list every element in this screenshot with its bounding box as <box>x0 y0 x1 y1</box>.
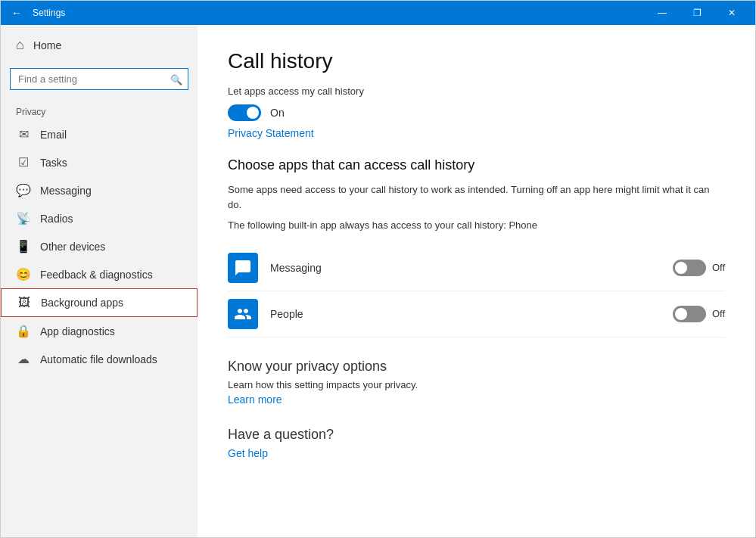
messaging-app-name: Messaging <box>270 262 673 274</box>
maximize-button[interactable]: ❐ <box>680 1 714 25</box>
question-section: Have a question? Get help <box>228 427 725 459</box>
messaging-toggle-label: Off <box>712 262 725 273</box>
sidebar-item-other-devices[interactable]: 📱 Other devices <box>1 232 198 260</box>
allow-label: Let apps access my call history <box>228 86 725 97</box>
messaging-icon: 💬 <box>16 183 31 197</box>
sidebar-item-feedback[interactable]: 😊 Feedback & diagnostics <box>1 260 198 288</box>
sidebar-item-label: Other devices <box>40 241 105 253</box>
sidebar-item-radios[interactable]: 📡 Radios <box>1 204 198 232</box>
people-toggle-label: Off <box>712 308 725 319</box>
search-input[interactable] <box>10 68 188 90</box>
people-app-name: People <box>270 308 673 320</box>
know-desc: Learn how this setting impacts your priv… <box>228 379 725 390</box>
main-toggle[interactable] <box>228 104 261 121</box>
sidebar: ⌂ Home 🔍 Privacy ✉ Email ☑ Tasks 💬 Mess <box>1 25 198 537</box>
sidebar-item-home[interactable]: ⌂ Home <box>1 25 198 65</box>
app-diagnostics-icon: 🔒 <box>16 324 31 338</box>
feedback-icon: 😊 <box>16 267 31 281</box>
sidebar-item-tasks[interactable]: ☑ Tasks <box>1 148 198 176</box>
sidebar-item-label: Radios <box>40 213 73 225</box>
apps-desc1: Some apps need access to your call histo… <box>228 182 725 212</box>
sidebar-home-label: Home <box>33 39 61 51</box>
minimize-button[interactable]: — <box>645 1 680 25</box>
sidebar-item-background-apps[interactable]: 🖼 Background apps <box>1 288 198 317</box>
app-item-messaging: Messaging Off <box>228 245 725 291</box>
messaging-toggle-area: Off <box>673 260 725 276</box>
app-list: Messaging Off <box>228 245 725 337</box>
get-help-link[interactable]: Get help <box>228 447 268 459</box>
know-title: Know your privacy options <box>228 359 725 375</box>
messaging-app-icon <box>228 253 258 283</box>
background-apps-icon: 🖼 <box>17 296 32 309</box>
titlebar-title: Settings <box>33 8 645 18</box>
messaging-toggle[interactable] <box>673 260 706 276</box>
search-icon: 🔍 <box>170 73 182 85</box>
learn-more-link[interactable]: Learn more <box>228 393 282 406</box>
sidebar-item-label: Messaging <box>40 185 92 197</box>
sidebar-item-label: Email <box>40 129 67 141</box>
sidebar-item-label: App diagnostics <box>40 325 115 337</box>
main-content: ⌂ Home 🔍 Privacy ✉ Email ☑ Tasks 💬 Mess <box>1 25 755 537</box>
other-devices-icon: 📱 <box>16 239 31 253</box>
apps-desc2: The following built-in app always has ac… <box>228 218 725 233</box>
email-icon: ✉ <box>16 127 31 141</box>
messaging-svg-icon <box>234 259 252 277</box>
question-title: Have a question? <box>228 427 725 443</box>
home-icon: ⌂ <box>16 37 24 53</box>
people-app-icon <box>228 299 258 329</box>
sidebar-item-label: Tasks <box>40 157 67 169</box>
sidebar-section-label: Privacy <box>1 99 198 120</box>
sidebar-item-email[interactable]: ✉ Email <box>1 120 198 148</box>
page-title: Call history <box>228 49 725 73</box>
search-container: 🔍 <box>10 68 188 90</box>
main-toggle-row: On <box>228 104 725 121</box>
apps-section-title: Choose apps that can access call history <box>228 157 725 173</box>
sidebar-item-label: Automatic file downloads <box>40 353 157 365</box>
radios-icon: 📡 <box>16 211 31 225</box>
privacy-statement-link[interactable]: Privacy Statement <box>228 127 314 139</box>
tasks-icon: ☑ <box>16 155 31 169</box>
sidebar-item-label: Feedback & diagnostics <box>40 269 153 281</box>
people-toggle-area: Off <box>673 306 725 322</box>
settings-window: ← Settings — ❐ ✕ ⌂ Home 🔍 Privacy ✉ <box>0 0 756 538</box>
sidebar-item-messaging[interactable]: 💬 Messaging <box>1 176 198 204</box>
back-button[interactable]: ← <box>7 4 26 22</box>
auto-downloads-icon: ☁ <box>16 352 31 366</box>
sidebar-item-app-diagnostics[interactable]: 🔒 App diagnostics <box>1 317 198 345</box>
content-area: Call history Let apps access my call his… <box>198 25 755 537</box>
know-privacy-section: Know your privacy options Learn how this… <box>228 359 725 406</box>
sidebar-item-auto-downloads[interactable]: ☁ Automatic file downloads <box>1 345 198 373</box>
titlebar: ← Settings — ❐ ✕ <box>1 1 755 25</box>
close-button[interactable]: ✕ <box>714 1 749 25</box>
app-item-people: People Off <box>228 291 725 337</box>
main-toggle-label: On <box>270 107 285 119</box>
sidebar-item-label: Background apps <box>41 297 123 309</box>
people-svg-icon <box>234 305 252 323</box>
window-controls: — ❐ ✕ <box>645 1 749 25</box>
people-toggle[interactable] <box>673 306 706 322</box>
